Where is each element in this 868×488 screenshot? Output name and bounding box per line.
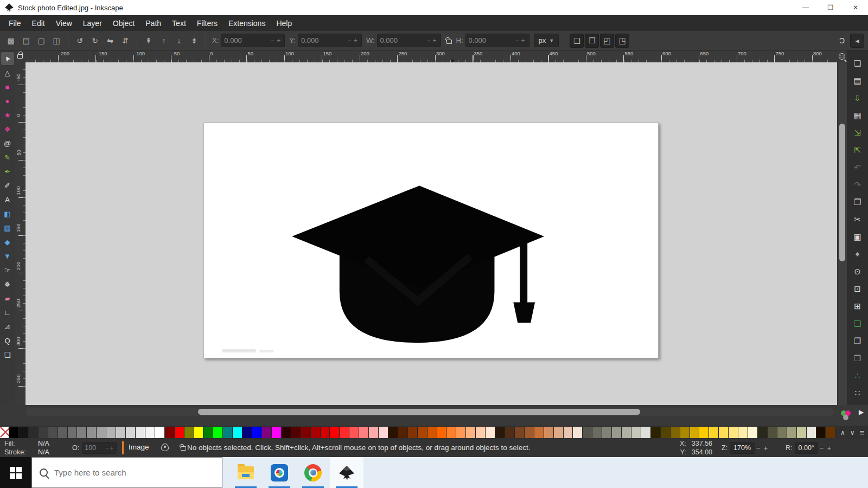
palette-swatch[interactable] <box>223 427 233 438</box>
menu-item[interactable]: Layer <box>78 17 107 30</box>
palette-swatch[interactable] <box>495 427 505 438</box>
menu-item[interactable]: Path <box>140 17 167 30</box>
palette-swatch[interactable] <box>807 427 816 438</box>
palette-swatch[interactable] <box>233 427 242 438</box>
rotation-increment[interactable]: + <box>825 444 833 452</box>
palette-swatch[interactable] <box>116 427 126 438</box>
scale-corners-toggle[interactable]: ❒ <box>585 34 599 48</box>
minimize-button[interactable]: — <box>793 0 818 15</box>
palette-swatch[interactable] <box>48 427 58 438</box>
zoom-decrement[interactable]: − <box>755 444 762 452</box>
palette-none-swatch[interactable] <box>0 427 9 438</box>
palette-swatch[interactable] <box>544 427 554 438</box>
palette-menu-button[interactable]: ≡ <box>860 428 865 437</box>
lower-to-bottom-button[interactable]: ⇟ <box>187 34 201 48</box>
spray-tool[interactable]: ✵ <box>1 278 14 291</box>
vertical-scrollbar-thumb[interactable] <box>839 124 845 261</box>
h-decrement[interactable]: − <box>514 37 520 44</box>
print-button[interactable]: ▦ <box>850 108 865 123</box>
opacity-increment[interactable]: + <box>110 445 114 451</box>
ungroup-button[interactable]: ∷ <box>850 386 865 401</box>
select-inverse-button[interactable]: ◫ <box>49 34 63 48</box>
menu-item[interactable]: File <box>3 17 27 30</box>
palette-swatch[interactable] <box>612 427 622 438</box>
palette-swatch[interactable] <box>816 427 826 438</box>
restore-button[interactable]: ❐ <box>818 0 843 15</box>
guide-lock-corner[interactable] <box>15 50 25 62</box>
palette-swatch[interactable] <box>777 427 787 438</box>
h-input[interactable] <box>469 36 514 44</box>
layer-lock-icon[interactable] <box>181 446 186 451</box>
horizontal-ruler[interactable]: -200-150-100-500501001502002503003504004… <box>25 50 837 62</box>
palette-swatch[interactable] <box>709 427 719 438</box>
commands-more-button[interactable]: ▶ <box>859 408 864 416</box>
select-all-button[interactable]: ▩ <box>4 34 18 48</box>
unit-dropdown[interactable]: px▼ <box>534 34 559 47</box>
raise-button[interactable]: ↑ <box>157 34 171 48</box>
palette-swatch[interactable] <box>77 427 87 438</box>
taskbar-file-explorer[interactable] <box>229 457 263 488</box>
taskbar-inkscape[interactable] <box>330 457 363 488</box>
text-tool[interactable]: A <box>1 193 14 206</box>
measure-tool[interactable]: ⊿ <box>1 320 14 333</box>
close-button[interactable]: ✕ <box>843 0 868 15</box>
palette-swatch[interactable] <box>641 427 651 438</box>
rotation-decrement[interactable]: − <box>818 444 826 452</box>
palette-swatch[interactable] <box>321 427 330 438</box>
pencil-tool[interactable]: ✎ <box>1 151 14 164</box>
zoom-page-width-button[interactable]: ⊞ <box>850 299 865 314</box>
palette-swatch[interactable] <box>349 427 359 438</box>
search-input[interactable] <box>54 468 190 477</box>
palette-swatch[interactable] <box>145 427 155 438</box>
undo-button[interactable]: ↶ <box>850 160 865 175</box>
fill-value[interactable]: N/A <box>38 440 49 448</box>
palette-swatch[interactable] <box>398 427 408 438</box>
color-management-icon[interactable] <box>840 409 852 421</box>
palette-swatch[interactable] <box>466 427 476 438</box>
dropper-tool[interactable]: ◆ <box>1 235 14 248</box>
current-layer-name[interactable]: Image <box>129 443 149 451</box>
open-document-button[interactable]: ▤ <box>850 73 865 88</box>
h-increment[interactable]: + <box>520 37 526 44</box>
horizontal-scrollbar-thumb[interactable] <box>198 409 640 415</box>
zoom-page-button[interactable]: ⊡ <box>850 281 865 297</box>
palette-swatch[interactable] <box>602 427 612 438</box>
pages-tool[interactable]: ❏ <box>1 348 14 361</box>
stroke-value[interactable]: N/A <box>38 448 49 457</box>
ellipse-tool[interactable]: ● <box>1 94 14 107</box>
palette-swatch[interactable] <box>592 427 602 438</box>
palette-swatch[interactable] <box>106 427 116 438</box>
palette-swatch[interactable] <box>768 427 777 438</box>
palette-swatch[interactable] <box>359 427 369 438</box>
spiral-tool[interactable]: @ <box>1 137 14 150</box>
palette-swatch[interactable] <box>719 427 729 438</box>
group-button[interactable]: ∴ <box>850 368 865 383</box>
deselect-button[interactable]: ▢ <box>34 34 48 48</box>
unlink-clone-button[interactable]: ❒ <box>850 351 865 366</box>
palette-swatch[interactable] <box>671 427 680 438</box>
menu-item[interactable]: Extensions <box>223 17 271 30</box>
zoom-selection-button[interactable]: ⌖ <box>850 247 865 262</box>
palette-swatch[interactable] <box>505 427 515 438</box>
palette-swatch[interactable] <box>262 427 272 438</box>
scale-stroke-toggle[interactable]: ❑ <box>570 34 584 48</box>
palette-swatch[interactable] <box>651 427 661 438</box>
palette-swatch[interactable] <box>340 427 349 438</box>
horizontal-scrollbar[interactable] <box>25 408 834 416</box>
paint-bucket-tool[interactable]: ▼ <box>1 249 14 262</box>
palette-swatch[interactable] <box>379 427 388 438</box>
x-input[interactable] <box>224 36 270 44</box>
pen-tool[interactable]: ✒ <box>1 165 14 178</box>
flip-vertical-button[interactable]: ⇵ <box>118 34 132 48</box>
palette-swatch[interactable] <box>797 427 807 438</box>
gradient-tool[interactable]: ◧ <box>1 207 14 220</box>
palette-swatch[interactable] <box>203 427 213 438</box>
taskbar-slack[interactable] <box>263 457 296 488</box>
palette-swatch[interactable] <box>97 427 106 438</box>
palette-swatch[interactable] <box>456 427 466 438</box>
zoom-value[interactable]: 170% <box>730 442 755 454</box>
palette-swatch[interactable] <box>748 427 758 438</box>
palette-scroll-up-button[interactable]: ∧ <box>840 429 845 436</box>
vertical-scrollbar[interactable] <box>838 62 847 405</box>
palette-swatch[interactable] <box>39 427 48 438</box>
